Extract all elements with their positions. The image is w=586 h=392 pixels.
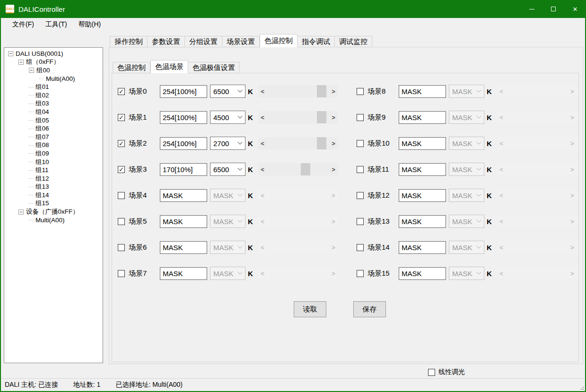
scene-13-level-input[interactable] (399, 215, 446, 228)
scene-14-level-input[interactable] (399, 241, 446, 254)
collapse-icon[interactable] (8, 51, 13, 56)
maximize-button[interactable] (542, 0, 564, 18)
subtab-色温极值设置[interactable]: 色温极值设置 (188, 62, 240, 73)
tree-item-18[interactable]: 组15 (4, 200, 103, 208)
tab-指令调试[interactable]: 指令调试 (297, 36, 335, 47)
scroll-left-button[interactable]: < (258, 163, 267, 175)
tree-item-11[interactable]: 组08 (4, 141, 103, 150)
scene-5-level-input[interactable] (160, 215, 207, 228)
tree-item-5[interactable]: 组02 (4, 91, 103, 100)
tree-item-20[interactable]: Multi(A00) (4, 216, 103, 225)
scene-8-checkbox[interactable] (357, 88, 364, 95)
scene-12-checkbox[interactable] (357, 192, 364, 199)
scene-5-checkbox[interactable] (118, 218, 125, 225)
tab-场景设置[interactable]: 场景设置 (222, 36, 260, 47)
tree-item-13[interactable]: 组10 (4, 158, 103, 166)
scene-12-level-input[interactable] (399, 189, 446, 202)
scene-6-level-input[interactable] (160, 241, 207, 254)
scene-3-checkbox[interactable]: ✓ (118, 166, 125, 173)
tree-item-1[interactable]: 组（0xFF） (4, 58, 103, 67)
scene-11-checkbox[interactable] (357, 166, 364, 173)
scene-11-level-input[interactable] (399, 163, 446, 176)
scene-2-temp-select[interactable]: 2700 (210, 137, 245, 150)
scene-6-checkbox[interactable] (118, 244, 125, 251)
scene-9-level-input[interactable] (399, 111, 446, 124)
scene-4-checkbox[interactable] (118, 192, 125, 199)
tab-参数设置[interactable]: 参数设置 (148, 36, 185, 47)
scroll-left-button[interactable]: < (258, 85, 267, 97)
menu-item-2[interactable]: 帮助(H) (73, 19, 106, 30)
tree-item-8[interactable]: 组05 (4, 116, 103, 125)
tree-item-9[interactable]: 组06 (4, 124, 103, 133)
tree-item-2[interactable]: 组00 (4, 66, 103, 75)
device-tree[interactable]: DALI USB(0001)组（0xFF）组00Multi(A00)组01组02… (4, 47, 103, 363)
scene-13-checkbox[interactable] (357, 218, 364, 225)
tree-item-19[interactable]: 设备（广播0xFF） (4, 208, 103, 216)
scrollbar-thumb[interactable] (317, 85, 326, 97)
scrollbar-track[interactable] (267, 85, 329, 97)
scene-0-level-input[interactable] (160, 85, 207, 98)
tab-分组设置[interactable]: 分组设置 (185, 36, 222, 47)
scroll-right-button[interactable]: > (329, 137, 338, 149)
tree-item-6[interactable]: 组03 (4, 100, 103, 108)
subtab-色温场景[interactable]: 色温场景 (150, 60, 188, 73)
scene-2-checkbox[interactable]: ✓ (118, 140, 125, 147)
scrollbar-thumb[interactable] (301, 163, 310, 175)
scene-3-temp-select[interactable]: 6500 (210, 163, 245, 176)
scroll-right-button[interactable]: > (329, 85, 338, 97)
scene-14-checkbox[interactable] (357, 244, 364, 251)
scene-15-checkbox[interactable] (357, 270, 364, 277)
scene-7-checkbox[interactable] (118, 270, 125, 277)
scene-1-temp-select[interactable]: 4500 (210, 111, 245, 124)
collapse-icon[interactable] (29, 68, 34, 73)
scrollbar-thumb[interactable] (317, 111, 326, 123)
scroll-right-button[interactable]: > (329, 163, 338, 175)
scrollbar-track[interactable] (267, 111, 329, 123)
scene-15-level-input[interactable] (399, 267, 446, 280)
scene-1-temp-scrollbar[interactable]: <> (258, 111, 338, 123)
scene-2-level-input[interactable] (160, 137, 207, 150)
scene-2-temp-scrollbar[interactable]: <> (258, 137, 338, 149)
menu-item-1[interactable]: 工具(T) (40, 19, 73, 30)
tree-item-17[interactable]: 组14 (4, 191, 103, 200)
tree-item-16[interactable]: 组13 (4, 183, 103, 192)
scene-10-checkbox[interactable] (357, 140, 364, 147)
scroll-left-button[interactable]: < (258, 111, 267, 123)
tree-item-7[interactable]: 组04 (4, 108, 103, 116)
scene-8-level-input[interactable] (399, 85, 446, 98)
scene-3-temp-scrollbar[interactable]: <> (258, 163, 338, 175)
collapse-icon[interactable] (18, 60, 24, 65)
scene-0-temp-scrollbar[interactable]: <> (258, 85, 338, 97)
scroll-right-button[interactable]: > (329, 111, 338, 123)
tree-item-14[interactable]: 组11 (4, 166, 103, 174)
scene-10-level-input[interactable] (399, 137, 446, 150)
scene-0-checkbox[interactable]: ✓ (118, 88, 125, 95)
tab-色温控制[interactable]: 色温控制 (260, 34, 297, 47)
menu-item-0[interactable]: 文件(F) (7, 19, 40, 30)
scene-9-checkbox[interactable] (357, 114, 364, 121)
tree-item-10[interactable]: 组07 (4, 133, 103, 141)
scene-0-temp-select[interactable]: 6500 (210, 85, 245, 98)
scene-4-level-input[interactable] (160, 189, 207, 202)
close-button[interactable]: ✕ (564, 0, 586, 18)
scroll-left-button[interactable]: < (258, 137, 267, 149)
tree-item-0[interactable]: DALI USB(0001) (4, 50, 103, 58)
scene-1-level-input[interactable] (160, 111, 207, 124)
scene-7-level-input[interactable] (160, 267, 207, 280)
minimize-button[interactable] (521, 0, 542, 18)
scene-3-level-input[interactable] (160, 163, 207, 176)
scene-1-checkbox[interactable]: ✓ (118, 114, 125, 121)
scrollbar-track[interactable] (267, 163, 329, 175)
tab-操作控制[interactable]: 操作控制 (110, 36, 148, 47)
collapse-icon[interactable] (18, 209, 24, 215)
resize-grip[interactable] (579, 385, 584, 390)
tree-item-4[interactable]: 组01 (4, 83, 103, 91)
read-button[interactable]: 读取 (294, 301, 326, 317)
subtab-色温控制[interactable]: 色温控制 (113, 62, 150, 73)
tree-item-15[interactable]: 组12 (4, 174, 103, 183)
tab-调试监控[interactable]: 调试监控 (335, 36, 372, 47)
linear-dimming-checkbox[interactable] (428, 369, 435, 376)
tree-item-12[interactable]: 组09 (4, 149, 103, 158)
scrollbar-track[interactable] (267, 137, 329, 149)
scrollbar-thumb[interactable] (317, 137, 326, 149)
